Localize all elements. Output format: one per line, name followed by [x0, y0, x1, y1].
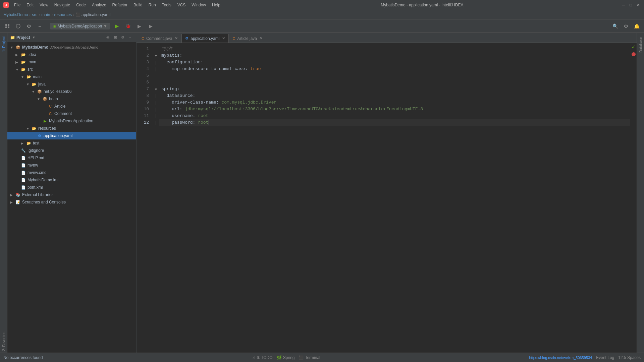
line-num-8: 8 — [137, 93, 149, 99]
tree-item-iml[interactable]: ▶ 📄 MybatisDemo.iml — [7, 176, 136, 184]
tree-item-mvn[interactable]: ▶ 📂 .mvn — [7, 58, 136, 66]
search-everywhere-button[interactable]: 🔍 — [610, 21, 620, 31]
todo-button[interactable]: ☑ 6: TODO — [252, 355, 273, 360]
close-button[interactable]: ✕ — [636, 3, 641, 7]
line-num-1: 1 — [137, 46, 149, 52]
tree-item-pom[interactable]: ▶ 📄 pom.xml — [7, 184, 136, 191]
breadcrumb-mybatisdemo[interactable]: MybatisDemo — [3, 12, 28, 17]
tab-project[interactable]: 1: Project — [1, 34, 7, 54]
tree-item-helpmd[interactable]: ▶ 📄 HELP.md — [7, 154, 136, 162]
run-button[interactable]: ▶ — [112, 21, 121, 31]
tab-article-java[interactable]: C Article.java ✕ — [229, 34, 266, 43]
gutter-3[interactable]: │ — [153, 59, 159, 66]
menu-window[interactable]: Window — [189, 2, 209, 8]
project-view-button[interactable] — [3, 21, 12, 31]
tree-item-external-libs[interactable]: ▶ 📚 External Libraries — [7, 191, 136, 198]
gutter-11[interactable]: │ — [153, 113, 159, 119]
scratch-icon: 📝 — [15, 199, 21, 205]
menu-edit[interactable]: Edit — [24, 2, 36, 8]
sync-button[interactable] — [13, 21, 23, 31]
panel-header: 📁 Project ▼ ◎ ⊞ ⚙ − — [7, 33, 136, 42]
menu-bar: File Edit View Navigate Code Analyze Ref… — [11, 2, 223, 8]
gutter-8[interactable]: │ — [153, 93, 159, 99]
gutter-9[interactable]: │ — [153, 99, 159, 106]
settings-button[interactable]: ⚙ — [24, 21, 34, 31]
tree-item-test[interactable]: ▶ 📂 test — [7, 139, 136, 147]
tab-application-yaml[interactable]: ⚙ application.yaml ✕ — [181, 34, 229, 43]
tree-item-package[interactable]: ▼ 📦 net.yc.lesson06 — [7, 88, 136, 95]
menu-run[interactable]: Run — [146, 2, 159, 8]
tree-item-resources[interactable]: ▼ 📂 resources — [7, 125, 136, 132]
yaml-tab-close[interactable]: ✕ — [222, 36, 225, 41]
tree-item-mvnw[interactable]: ▶ 📄 mvnw — [7, 162, 136, 169]
tree-item-idea[interactable]: ▶ 📂 .idea — [7, 51, 136, 58]
breadcrumb-main[interactable]: main — [41, 12, 50, 17]
tree-item-java[interactable]: ▼ 📂 java — [7, 80, 136, 88]
tree-item-bean[interactable]: ▼ 📦 bean — [7, 95, 136, 103]
line-col-indicator[interactable]: 12:5 Spaces — [618, 355, 641, 360]
article-java-tab-close[interactable]: ✕ — [260, 36, 263, 41]
line-num-6: 6 — [137, 79, 149, 86]
run-config-selector[interactable]: ▣ MybatisDemoApplication ▼ — [50, 23, 110, 29]
menu-vcs[interactable]: VCS — [175, 2, 189, 8]
resources-folder-icon: 📂 — [32, 126, 37, 131]
terminal-button[interactable]: ⬛ Terminal — [299, 355, 320, 360]
tree-item-scratches[interactable]: ▶ 📝 Scratches and Consoles — [7, 198, 136, 206]
maximize-button[interactable]: □ — [629, 3, 633, 7]
menu-code[interactable]: Code — [73, 2, 89, 8]
event-log-button[interactable]: Event Log — [596, 355, 614, 360]
collapse-button[interactable]: − — [35, 21, 44, 31]
minimize-button[interactable]: ─ — [621, 3, 626, 7]
coverage-button[interactable]: ▶ — [135, 21, 144, 31]
menu-analyze[interactable]: Analyze — [89, 2, 109, 8]
settings-gear-button[interactable]: ⚙ — [621, 21, 631, 31]
menu-navigate[interactable]: Navigate — [52, 2, 73, 8]
tree-item-comment[interactable]: ▶ C Comment — [7, 110, 136, 117]
gutter-7[interactable]: ▼ — [153, 86, 159, 93]
appclass-icon: ▶ — [42, 118, 48, 124]
spring-button[interactable]: 🌿 Spring — [277, 355, 295, 360]
menu-build[interactable]: Build — [131, 2, 145, 8]
panel-settings-button[interactable]: ⚙ — [119, 34, 126, 41]
tree-item-mybatisdemo[interactable]: ▼ 📦 MybatisDemo D:\IdeaProjects\MybatisD… — [7, 44, 136, 51]
tree-item-article[interactable]: ▶ C Article — [7, 103, 136, 110]
menu-view[interactable]: View — [37, 2, 51, 8]
gutter-12[interactable]: │ — [153, 119, 159, 126]
tree-item-main[interactable]: ▼ 📂 main — [7, 73, 136, 80]
tree-item-application-yaml[interactable]: ▶ ⚙ application.yaml — [7, 132, 136, 139]
gutter-10[interactable]: │ — [153, 106, 159, 113]
tab-comment-java[interactable]: C Comment.java ✕ — [138, 34, 181, 43]
spring-icon: 🌿 — [277, 355, 282, 360]
code-editor[interactable]: #批注 mybatis: configuration: map-undersco… — [159, 43, 630, 353]
debug-button[interactable]: 🐞 — [123, 21, 133, 31]
panel-controls: ◎ ⊞ ⚙ − — [105, 34, 133, 41]
java-folder-icon: 📂 — [32, 81, 37, 87]
breadcrumb-resources[interactable]: resources — [54, 12, 72, 17]
menu-tools[interactable]: Tools — [159, 2, 174, 8]
menu-help[interactable]: Help — [209, 2, 223, 8]
tree-item-appclass[interactable]: ▶ ▶ MybatisDemoApplication — [7, 117, 136, 125]
panel-expand-button[interactable]: ⊞ — [112, 34, 119, 41]
gutter-2[interactable]: ▼ — [153, 52, 159, 59]
gutter-4[interactable]: │ — [153, 66, 159, 72]
tab-favorites[interactable]: 2: Favorites — [1, 331, 7, 351]
editor-container: 1 2 3 4 5 6 7 8 9 10 11 12 ▼ │ │ — [137, 43, 637, 353]
menu-file[interactable]: File — [11, 2, 23, 8]
menu-refactor[interactable]: Refactor — [110, 2, 130, 8]
tree-item-gitignore[interactable]: ▶ 🔧 .gitignore — [7, 147, 136, 154]
tree-item-mvnwcmd[interactable]: ▶ 📄 mvnw.cmd — [7, 169, 136, 176]
panel-title: 📁 Project ▼ — [10, 35, 36, 40]
database-tab[interactable]: Database — [638, 34, 643, 55]
panel-close-button[interactable]: − — [127, 34, 133, 41]
url-link[interactable]: https://blog.csdn.net/weixm_50659534 — [529, 356, 592, 360]
notifications-button[interactable]: 🔔 — [632, 21, 641, 31]
status-ok-icon: ✓ — [632, 44, 636, 50]
breadcrumb: MybatisDemo › src › main › resources › ⬛… — [0, 10, 644, 19]
profile-button[interactable]: ▶ — [146, 21, 156, 31]
comment-java-tab-close[interactable]: ✕ — [175, 36, 178, 41]
panel-dropdown-arrow[interactable]: ▼ — [32, 36, 36, 39]
fold-gutter: ▼ │ │ ▼ │ │ │ │ │ — [153, 43, 159, 353]
panel-locate-button[interactable]: ◎ — [105, 34, 111, 41]
breadcrumb-src[interactable]: src — [32, 12, 37, 17]
tree-item-src[interactable]: ▼ 📂 src — [7, 66, 136, 73]
